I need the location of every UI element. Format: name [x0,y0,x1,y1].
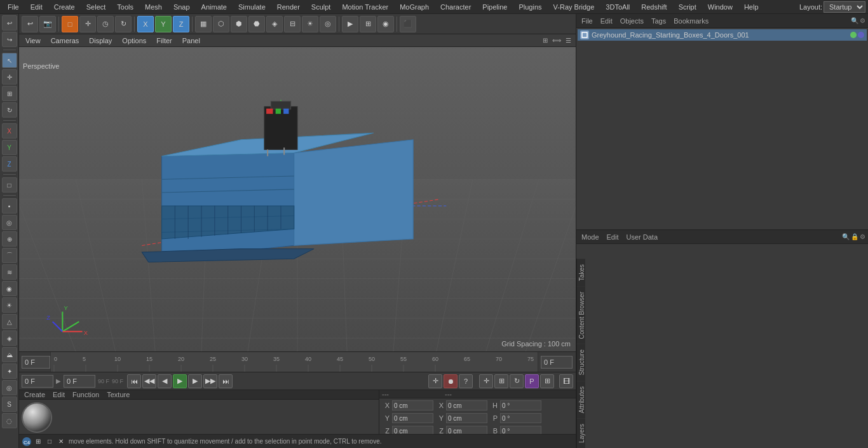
tool-param[interactable]: ◈ [2,330,17,346]
tb-cylinder[interactable]: ◈ [266,16,283,32]
timeline-ruler[interactable]: 0 5 10 15 20 25 30 35 40 45 50 55 [51,352,538,372]
obj-filter-icon[interactable]: ⚙ [860,17,865,24]
tb-camera[interactable]: 📷 [39,16,56,32]
menu-character[interactable]: Character [435,2,476,12]
playback-to-end[interactable]: ⏭ [219,374,233,388]
menu-file[interactable]: File [3,2,24,12]
coord-x-pos[interactable] [392,400,433,411]
tb-interactive-render[interactable]: ◉ [377,16,394,32]
menu-mograph[interactable]: MoGraph [395,2,434,12]
tool-x-axis[interactable]: X [2,123,17,139]
playback-help[interactable]: ? [459,374,473,388]
tb-select[interactable]: ✛ [79,16,96,32]
mat-btn-create[interactable]: Create [22,390,48,399]
menu-pipeline[interactable]: Pipeline [477,2,512,12]
vp-menu-filter[interactable]: Filter [153,36,175,45]
tb-y[interactable]: Y [155,16,172,32]
playback-current[interactable] [64,375,95,388]
menu-script[interactable]: Script [674,2,702,12]
obj-header-file[interactable]: File [579,17,595,25]
tb-render[interactable]: ▶ [342,16,358,32]
attr-settings-icon[interactable]: ⚙ [860,233,865,240]
tb-floor[interactable]: ⬛ [400,16,416,32]
attr-header-userdata[interactable]: User Data [624,233,661,241]
mat-btn-edit[interactable]: Edit [50,390,67,399]
obj-item-main[interactable]: Greyhound_Racing_Starting_Boxes_4_Doors_… [578,29,867,41]
tb-box[interactable]: ▦ [195,16,212,32]
coord-x-size[interactable] [446,400,487,411]
tool-y-axis[interactable]: Y [2,140,17,155]
tool-cube[interactable]: ▪ [2,198,17,214]
mat-btn-texture[interactable]: Texture [104,390,132,399]
menu-3dtoall[interactable]: 3DToAll [600,2,635,12]
vp-icon-arrows[interactable]: ⟺ [552,36,562,46]
playback-play[interactable]: ▶ [173,374,187,388]
menu-window[interactable]: Window [703,2,738,12]
menu-mesh[interactable]: Mesh [140,2,167,12]
tool-bend[interactable]: ≋ [2,264,17,280]
tool-poly[interactable]: △ [2,314,17,329]
tool-rotate[interactable]: ↻ [2,102,17,118]
viewport-3d[interactable]: View Cameras Display Options Filter Pane… [19,34,576,351]
obj-dot-2[interactable] [858,32,864,38]
menu-select[interactable]: Select [81,2,111,12]
vp-icon-settings[interactable]: ☰ [563,36,573,46]
obj-header-edit[interactable]: Edit [598,17,615,25]
timeline-start-frame[interactable] [22,356,50,369]
tb-poly2[interactable]: ◷ [97,16,114,32]
coord-h[interactable] [500,400,541,411]
menu-redshift[interactable]: Redshift [636,2,672,12]
menu-snap[interactable]: Snap [168,2,195,12]
obj-header-bookmarks[interactable]: Bookmarks [671,17,711,25]
menu-create[interactable]: Create [49,2,80,12]
tb-model[interactable]: □ [62,16,78,32]
vtab-takes[interactable]: Takes [577,259,585,286]
vp-menu-display[interactable]: Display [85,36,116,45]
playback-start[interactable] [22,375,53,388]
tool-z-axis[interactable]: Z [2,156,17,172]
vtab-content-browser[interactable]: Content Browser [577,286,585,344]
menu-help[interactable]: Help [739,2,764,12]
tb-x[interactable]: X [137,16,154,32]
tool-object-mode[interactable]: □ [2,177,17,193]
tb-undo[interactable]: ↩ [22,16,38,32]
playback-record-active[interactable]: ⏺ [444,374,458,388]
tb-render-region[interactable]: ⊞ [360,16,376,32]
tool-extra1[interactable]: ✦ [2,363,17,379]
playback-prev-key[interactable]: ◀◀ [142,374,156,388]
playback-rotate[interactable]: ↻ [510,374,524,388]
playback-record[interactable]: ✛ [428,374,442,388]
tool-extra4[interactable]: ◌ [2,413,17,428]
playback-prev[interactable]: ◀ [158,374,172,388]
obj-header-tags[interactable]: Tags [649,17,668,25]
menu-sculpt[interactable]: Sculpt [306,2,336,12]
menu-simulate[interactable]: Simulate [233,2,271,12]
tb-loop[interactable]: ↻ [115,16,132,32]
vp-menu-panel[interactable]: Panel [179,36,204,45]
tool-null[interactable]: ⊕ [2,231,17,247]
vp-menu-cameras[interactable]: Cameras [47,36,83,45]
attr-search-icon[interactable]: 🔍 [842,233,850,240]
tb-plane[interactable]: ⊟ [284,16,301,32]
menu-vray[interactable]: V-Ray Bridge [548,2,600,12]
tool-spline[interactable]: ⌒ [2,248,17,263]
vtab-attributes[interactable]: Attributes [577,381,585,418]
status-layers-icon[interactable]: ⊞ [33,437,43,447]
menu-plugins[interactable]: Plugins [513,2,546,12]
tool-light[interactable]: ☀ [2,297,17,313]
vp-icon-grid[interactable]: ⊞ [540,36,550,46]
tool-extra3[interactable]: S [2,397,17,412]
menu-motion-tracker[interactable]: Motion Tracker [337,2,393,12]
coord-p[interactable] [500,413,541,423]
menu-animate[interactable]: Animate [196,2,232,12]
tool-camera[interactable]: ◎ [2,215,17,230]
attr-header-edit[interactable]: Edit [604,233,621,241]
attr-lock-icon[interactable]: 🔒 [851,233,858,240]
vtab-structure[interactable]: Structure [577,344,585,381]
playback-to-start[interactable]: ⏮ [127,374,141,388]
timeline-end-frame[interactable] [541,356,573,369]
coord-y-size[interactable] [446,413,487,423]
tb-sphere2[interactable]: ⬡ [213,16,229,32]
tb-z[interactable]: Z [173,16,189,32]
playback-scale2[interactable]: ⊞ [494,374,508,388]
